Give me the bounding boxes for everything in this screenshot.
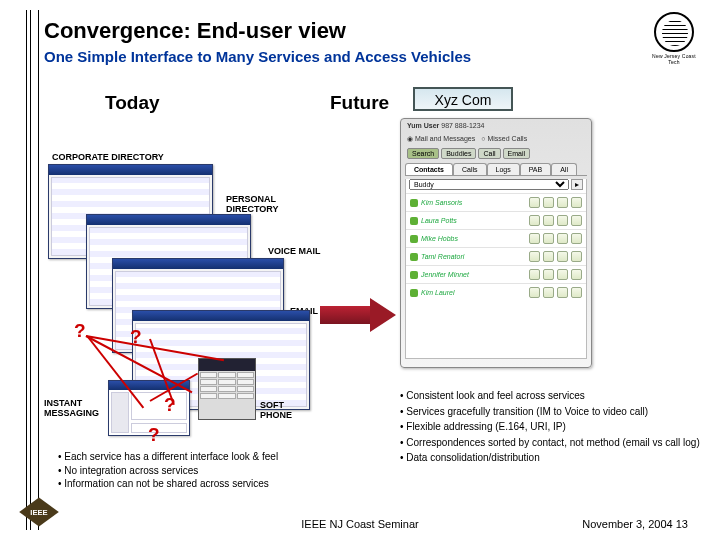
contact-action-call[interactable] [529,287,540,298]
contact-row[interactable]: Jennifer Minnet [406,265,586,283]
presence-icon [410,253,418,261]
tab-pab[interactable]: PAB [520,163,552,175]
user-number: 987 888-1234 [441,122,484,129]
contact-action-call[interactable] [529,251,540,262]
dropdown-go[interactable]: ▸ [571,179,583,190]
slide-subtitle: One Simple Interface to Many Services an… [44,48,471,65]
slide-title: Convergence: End-user view [44,18,346,44]
contact-action-chat[interactable] [543,215,554,226]
contact-action-chat[interactable] [543,251,554,262]
page-date-number: November 3, 2004 13 [582,518,688,530]
label-pers-dir: PERSONAL DIRECTORY [226,194,279,214]
contact-name: Jennifer Minnet [421,271,526,278]
contact-row[interactable]: Kim Laurel [406,283,586,301]
contact-action-IM[interactable] [557,251,568,262]
future-bullets: • Consistent look and feel across servic… [400,388,700,466]
label-voice-mail: VOICE MAIL [268,246,321,256]
window-soft-phone [198,358,256,420]
tab-logs[interactable]: Logs [487,163,520,175]
radio-mail[interactable]: Mail and Messages [415,135,475,142]
app-button-buddies[interactable]: Buddies [441,148,476,159]
contact-name: Laura Potts [421,217,526,224]
contact-action-IM[interactable] [557,215,568,226]
contact-action-IM[interactable] [557,269,568,280]
contact-action-chat[interactable] [543,197,554,208]
future-heading: Future [330,92,389,114]
contact-action-IM[interactable] [557,287,568,298]
presence-icon [410,199,418,207]
contact-name: Kim Laurel [421,289,526,296]
contact-action-IM[interactable] [557,233,568,244]
app-button-search[interactable]: Search [407,148,439,159]
app-button-call[interactable]: Call [478,148,500,159]
contact-action-call[interactable] [529,233,540,244]
future-app-brand: Xyz Com [413,87,513,111]
contact-action-mail[interactable] [571,233,582,244]
question-mark: ? [130,326,142,348]
contact-row[interactable]: Kim Sansoris [406,193,586,211]
contact-name: Kim Sansoris [421,199,526,206]
presence-icon [410,235,418,243]
contact-action-mail[interactable] [571,197,582,208]
tab-calls[interactable]: Calls [453,163,487,175]
user-label: Yum User [407,122,439,129]
contact-action-call[interactable] [529,197,540,208]
contact-action-IM[interactable] [557,197,568,208]
contact-action-mail[interactable] [571,269,582,280]
contact-name: Tami Renatori [421,253,526,260]
presence-icon [410,217,418,225]
question-mark: ? [148,424,160,446]
contact-action-call[interactable] [529,215,540,226]
today-heading: Today [105,92,160,114]
rule-line [26,10,27,530]
rule-line [38,10,39,530]
convergence-arrow-icon [320,298,398,332]
tab-all[interactable]: All [551,163,577,175]
top-right-logo: New Jersey Coast Tech [646,12,702,58]
contact-action-chat[interactable] [543,269,554,280]
label-corp-dir: CORPORATE DIRECTORY [52,152,164,162]
tab-contacts[interactable]: Contacts [405,163,453,175]
future-unified-app: Yum User 987 888-1234 ◉ Mail and Message… [400,118,592,368]
question-mark: ? [74,320,86,342]
app-button-email[interactable]: Email [503,148,531,159]
question-mark: ? [164,394,176,416]
contact-row[interactable]: Tami Renatori [406,247,586,265]
presence-icon [410,289,418,297]
group-dropdown[interactable]: Buddy [409,179,569,190]
contact-action-chat[interactable] [543,287,554,298]
contact-action-chat[interactable] [543,233,554,244]
label-soft-phone: SOFT PHONE [260,400,292,420]
presence-icon [410,271,418,279]
rule-line [30,10,31,530]
logo-caption: New Jersey Coast Tech [646,53,702,65]
contact-action-mail[interactable] [571,251,582,262]
contact-row[interactable]: Laura Potts [406,211,586,229]
radio-missed[interactable]: Missed Calls [487,135,527,142]
contact-action-mail[interactable] [571,287,582,298]
contact-row[interactable]: Mike Hobbs [406,229,586,247]
svg-text:IEEE: IEEE [30,508,47,517]
today-bullets: • Each service has a different interface… [58,450,278,491]
contact-name: Mike Hobbs [421,235,526,242]
label-im: INSTANT MESSAGING [44,398,99,418]
contact-action-call[interactable] [529,269,540,280]
contact-action-mail[interactable] [571,215,582,226]
